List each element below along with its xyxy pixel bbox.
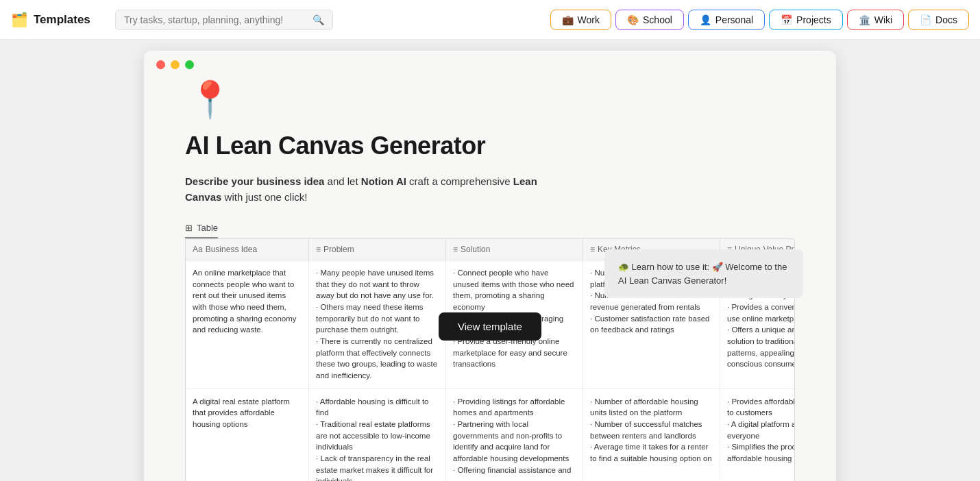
personal-icon: 👤 (700, 14, 711, 25)
nav-tabs: 💼 Work 🎨 School 👤 Personal 📅 Projects 🏛️… (550, 10, 969, 30)
col-header-business-idea: Aa Business Idea (186, 239, 309, 260)
cell-problem-1: · Many people have unused items that the… (309, 260, 446, 388)
work-icon: 💼 (562, 14, 574, 25)
info-box: 🐢 Learn how to use it: 🚀 Welcome to the … (604, 249, 803, 298)
col-header-problem: ≡ Problem (309, 239, 446, 260)
page-emoji: 📍 (188, 79, 795, 121)
brand-logo[interactable]: 🗂️ Templates (11, 12, 107, 28)
tab-school-label: School (643, 14, 672, 25)
window-dot-green[interactable] (185, 60, 194, 69)
cell-solution-2: · Providing listings for affordable home… (446, 389, 583, 481)
window-dot-red[interactable] (156, 60, 165, 69)
wiki-icon: 🏛️ (859, 14, 870, 25)
cell-business-idea-2: A digital real estate platform that prov… (186, 389, 309, 481)
col-header-solution: ≡ Solution (446, 239, 583, 260)
templates-icon: 🗂️ (11, 12, 28, 28)
tab-personal-label: Personal (715, 14, 753, 25)
cell-business-idea-1: An online marketplace that connects peop… (186, 260, 309, 388)
cell-problem-2: · Affordable housing is difficult to fin… (309, 389, 446, 481)
table-row: A digital real estate platform that prov… (186, 389, 794, 481)
docs-icon: 📄 (920, 14, 931, 25)
window-card: 📍 AI Lean Canvas Generator Describe your… (144, 51, 836, 481)
brand-label: Templates (34, 13, 90, 27)
cell-metrics-2: · Number of affordable housing units lis… (583, 389, 720, 481)
projects-icon: 📅 (781, 14, 792, 25)
page-title: AI Lean Canvas Generator (185, 132, 795, 160)
tab-wiki[interactable]: 🏛️ Wiki (847, 10, 904, 30)
table-icon: ⊞ (185, 223, 193, 233)
cell-unique-2: · Provides affordable housing options to… (720, 389, 795, 481)
tab-docs[interactable]: 📄 Docs (908, 10, 969, 30)
col-icon-metrics: ≡ (590, 245, 595, 254)
tab-work[interactable]: 💼 Work (550, 10, 611, 30)
tab-projects[interactable]: 📅 Projects (769, 10, 843, 30)
tab-docs-label: Docs (935, 14, 957, 25)
search-input[interactable] (124, 14, 307, 25)
top-nav: 🗂️ Templates 🔍 💼 Work 🎨 School 👤 Persona… (0, 0, 980, 40)
school-icon: 🎨 (627, 14, 639, 25)
tab-wiki-label: Wiki (874, 14, 892, 25)
tab-projects-label: Projects (796, 14, 831, 25)
tab-personal[interactable]: 👤 Personal (688, 10, 765, 30)
tab-work-label: Work (578, 14, 600, 25)
page-content: 📍 AI Lean Canvas Generator Describe your… (144, 79, 836, 481)
window-dot-yellow[interactable] (171, 60, 180, 69)
search-icon: 🔍 (313, 14, 324, 25)
window-titlebar (144, 51, 836, 79)
col-icon-problem: ≡ (316, 245, 321, 254)
tab-school[interactable]: 🎨 School (615, 10, 684, 30)
main-area: 📍 AI Lean Canvas Generator Describe your… (0, 40, 980, 481)
table-tab[interactable]: ⊞ Table (185, 223, 218, 238)
page-description: Describe your business idea and let Noti… (185, 174, 548, 205)
search-bar[interactable]: 🔍 (115, 10, 333, 30)
col-icon-solution: ≡ (453, 245, 458, 254)
table-tab-label: Table (197, 223, 218, 233)
col-icon-business: Aa (193, 245, 203, 254)
view-template-button[interactable]: View template (439, 312, 541, 341)
